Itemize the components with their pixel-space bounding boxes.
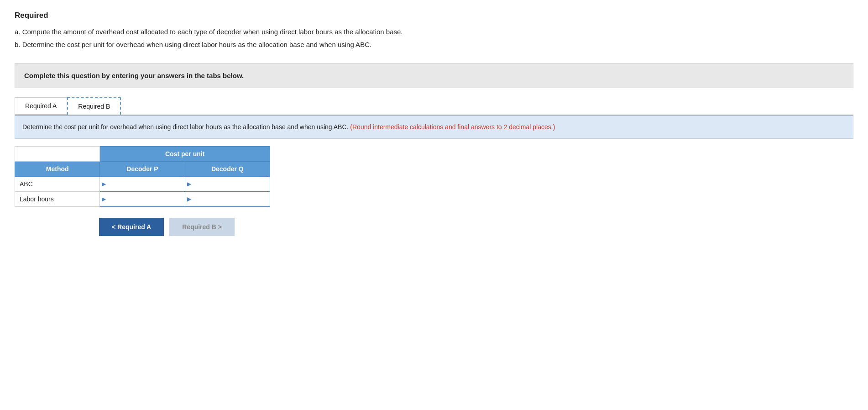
col-decoder-p: Decoder P — [100, 162, 185, 177]
row-abc-decoder-q-cell: ▶ — [185, 177, 270, 192]
instruction-a: a. Compute the amount of overhead cost a… — [15, 26, 853, 37]
tab-required-a[interactable]: Required A — [15, 97, 67, 115]
nav-buttons: < Required A Required B > — [99, 218, 853, 236]
col-decoder-q: Decoder Q — [185, 162, 270, 177]
row-labor-decoder-q-cell: ▶ — [185, 192, 270, 207]
row-labor-method: Labor hours — [15, 192, 100, 207]
complete-box: Complete this question by entering your … — [15, 63, 853, 88]
prev-button-label: < Required A — [112, 223, 151, 231]
prev-button[interactable]: < Required A — [99, 218, 164, 236]
tab-required-b-label: Required B — [78, 103, 110, 110]
instructions: a. Compute the amount of overhead cost a… — [15, 26, 853, 50]
description-box: Determine the cost per unit for overhead… — [15, 116, 853, 139]
table-row: Labor hours ▶ ▶ — [15, 192, 270, 207]
description-note: (Round intermediate calculations and fin… — [350, 123, 555, 131]
row-abc-decoder-p-cell: ▶ — [100, 177, 185, 192]
row-labor-decoder-p-cell: ▶ — [100, 192, 185, 207]
table-main-header: Cost per unit — [100, 147, 270, 162]
tab-required-a-label: Required A — [25, 102, 57, 110]
next-button[interactable]: Required B > — [169, 218, 235, 236]
row-abc-decoder-p-input[interactable] — [100, 177, 184, 191]
col-method: Method — [15, 162, 100, 177]
row-abc-method: ABC — [15, 177, 100, 192]
description-main: Determine the cost per unit for overhead… — [22, 123, 348, 131]
row-abc-decoder-q-input[interactable] — [185, 177, 270, 191]
page-title: Required — [15, 11, 853, 20]
tab-required-b[interactable]: Required B — [67, 97, 121, 115]
next-button-label: Required B > — [182, 223, 222, 231]
tabs-container: Required A Required B — [15, 97, 853, 116]
complete-box-text: Complete this question by entering your … — [24, 72, 244, 79]
table-section: Cost per unit Method Decoder P Decoder Q… — [15, 146, 853, 207]
row-labor-decoder-p-input[interactable] — [100, 192, 184, 206]
instruction-b: b. Determine the cost per unit for overh… — [15, 39, 853, 50]
table-row: ABC ▶ ▶ — [15, 177, 270, 192]
cost-per-unit-table: Cost per unit Method Decoder P Decoder Q… — [15, 146, 270, 207]
row-labor-decoder-q-input[interactable] — [185, 192, 270, 206]
